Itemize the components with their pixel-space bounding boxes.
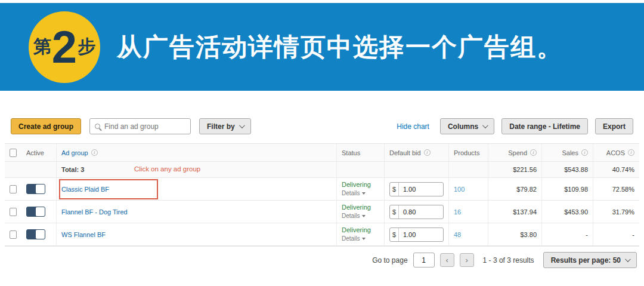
table-total-row: Total: 3 Click on any ad group $221.56 $… (5, 162, 639, 178)
bid-input[interactable] (399, 231, 443, 238)
acos-value: 31.79% (593, 201, 639, 223)
details-dropdown[interactable]: Details (342, 235, 371, 243)
row-checkbox[interactable] (10, 230, 17, 239)
chevron-down-icon (482, 122, 488, 128)
info-icon[interactable]: i (628, 149, 634, 156)
details-dropdown[interactable]: Details (342, 189, 371, 198)
header-acos: ACOS i (593, 144, 639, 161)
currency-symbol: $ (390, 228, 399, 241)
chevron-right-icon: › (465, 256, 467, 265)
acos-value: - (593, 223, 639, 245)
banner-title: 从广告活动详情页中选择一个广告组。 (117, 30, 563, 64)
bid-input[interactable] (399, 186, 443, 193)
go-to-page-label: Go to page (372, 256, 407, 265)
status-badge: Delivering (342, 226, 371, 235)
table-row: WS Flannel BF Delivering Details $ 48 $3… (5, 223, 639, 246)
table-row: Flannel BF - Dog Tired Delivering Detail… (5, 201, 639, 223)
active-toggle[interactable] (26, 229, 45, 239)
page-number-input[interactable] (413, 253, 435, 267)
chevron-down-icon (239, 122, 245, 128)
header-default-bid: Default bid i (384, 144, 448, 161)
table-header-row: Active Ad group i Status Default bid i P… (5, 144, 639, 162)
ad-group-link[interactable]: WS Flannel BF (61, 231, 106, 238)
next-page-button[interactable]: › (460, 253, 474, 267)
info-icon[interactable]: i (530, 149, 537, 156)
spend-value: $79.82 (488, 178, 541, 200)
products-link[interactable]: 48 (454, 231, 461, 238)
chevron-left-icon: ‹ (445, 256, 448, 265)
pagination-bar: Go to page ‹ › 1 - 3 of 3 results Result… (0, 252, 637, 268)
triangle-down-icon (362, 238, 366, 240)
columns-label: Columns (448, 122, 478, 131)
ad-group-link[interactable]: Classic Plaid BF (61, 186, 109, 193)
header-spend: Spend i (488, 144, 541, 161)
total-spend: $221.56 (488, 162, 541, 177)
header-ad-group[interactable]: Ad group i (56, 144, 336, 161)
sales-value: $453.90 (541, 201, 593, 223)
products-link[interactable]: 16 (454, 208, 461, 216)
status-badge: Delivering (342, 180, 371, 189)
step-number: 2 (52, 24, 77, 70)
results-per-page-button[interactable]: Results per page: 50 (543, 252, 637, 268)
ad-group-toolbar: Create ad group Filter by Hide chart Col… (11, 118, 633, 134)
bid-input[interactable] (399, 208, 443, 216)
step-suffix: 步 (78, 35, 95, 59)
filter-by-label: Filter by (207, 122, 235, 131)
header-sales: Sales i (541, 144, 593, 161)
prev-page-button[interactable]: ‹ (440, 253, 454, 267)
hide-chart-link[interactable]: Hide chart (397, 122, 429, 131)
row-checkbox[interactable] (10, 185, 17, 193)
info-icon[interactable]: i (91, 149, 98, 156)
status-badge: Delivering (342, 203, 371, 212)
total-acos: 40.74% (593, 162, 639, 177)
info-icon[interactable]: i (581, 149, 588, 156)
spend-value: $137.94 (488, 201, 541, 223)
ad-group-link[interactable]: Flannel BF - Dog Tired (61, 208, 128, 216)
triangle-down-icon (362, 215, 366, 217)
filter-by-button[interactable]: Filter by (199, 118, 251, 134)
table-row: Classic Plaid BF Delivering Details $ 10… (5, 178, 639, 201)
acos-value: 72.58% (593, 178, 639, 200)
triangle-down-icon (362, 192, 366, 195)
chevron-down-icon (625, 256, 631, 262)
active-toggle[interactable] (26, 207, 45, 217)
header-checkbox-cell (5, 144, 21, 161)
currency-symbol: $ (390, 183, 399, 196)
search-input[interactable] (104, 122, 185, 131)
details-dropdown[interactable]: Details (342, 212, 371, 220)
header-products: Products (448, 144, 488, 161)
currency-symbol: $ (390, 205, 399, 219)
active-toggle[interactable] (26, 184, 45, 194)
ad-groups-table: Active Ad group i Status Default bid i P… (5, 143, 639, 247)
results-count: 1 - 3 of 3 results (483, 256, 534, 265)
header-status: Status (336, 144, 384, 161)
click-annotation: Click on any ad group (134, 165, 200, 173)
info-icon[interactable]: i (424, 149, 431, 156)
default-bid-field[interactable]: $ (389, 205, 444, 219)
step-banner: 第 2 步 从广告活动详情页中选择一个广告组。 (0, 3, 644, 91)
select-all-checkbox[interactable] (10, 149, 17, 157)
search-icon (95, 124, 100, 129)
date-range-button[interactable]: Date range - Lifetime (501, 118, 588, 134)
total-label-cell: Total: 3 Click on any ad group (56, 162, 336, 177)
row-checkbox[interactable] (10, 208, 17, 216)
columns-button[interactable]: Columns (440, 118, 494, 134)
sales-value: - (541, 223, 593, 245)
total-sales: $543.88 (541, 162, 593, 177)
spend-value: $3.80 (488, 223, 541, 245)
results-per-page-label: Results per page: 50 (551, 256, 621, 265)
step-prefix: 第 (33, 35, 51, 59)
total-count: Total: 3 (61, 166, 84, 173)
export-button[interactable]: Export (595, 118, 633, 134)
default-bid-field[interactable]: $ (389, 182, 444, 196)
header-active: Active (21, 144, 56, 161)
toolbar-right-group: Hide chart Columns Date range - Lifetime… (397, 118, 633, 134)
find-ad-group-search[interactable] (89, 118, 191, 134)
sales-value: $109.98 (541, 178, 593, 200)
create-ad-group-button[interactable]: Create ad group (11, 118, 81, 134)
products-link[interactable]: 100 (454, 186, 465, 193)
default-bid-field[interactable]: $ (389, 227, 444, 242)
step-badge: 第 2 步 (29, 11, 100, 83)
